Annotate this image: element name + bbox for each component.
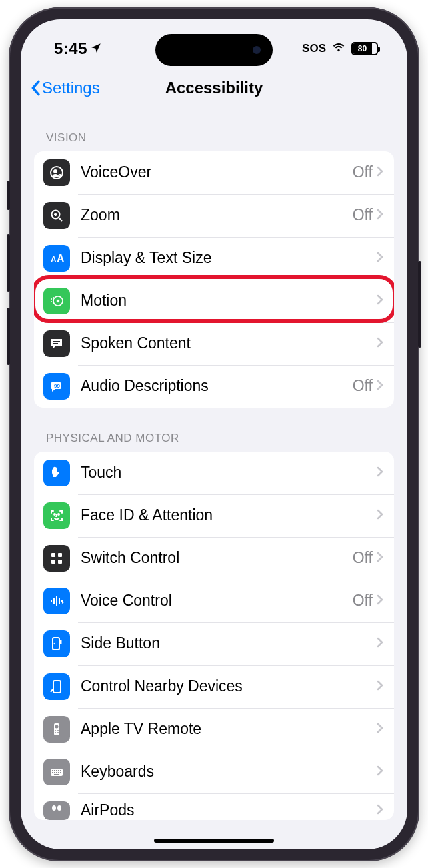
svg-point-15 (58, 514, 59, 515)
voice-control-icon (43, 588, 70, 614)
row-spoken-content[interactable]: Spoken Content (34, 322, 394, 365)
back-label: Settings (42, 79, 100, 97)
row-label: Keyboards (81, 763, 377, 781)
svg-rect-16 (51, 553, 55, 557)
svg-point-47 (57, 805, 61, 811)
row-motion[interactable]: Motion (34, 280, 394, 322)
chevron-right-icon (377, 337, 383, 350)
row-label: Audio Descriptions (81, 377, 353, 395)
chevron-right-icon (377, 723, 383, 736)
row-label: Zoom (81, 206, 353, 224)
svg-point-14 (54, 514, 55, 515)
chevron-right-icon (377, 552, 383, 565)
svg-text:99: 99 (54, 383, 60, 389)
nav-bar: Settings Accessibility (21, 69, 407, 107)
row-label: Control Nearby Devices (81, 677, 377, 695)
row-airpods[interactable]: AirPods (34, 793, 394, 820)
svg-point-30 (55, 730, 56, 731)
row-side-button[interactable]: Side Button (34, 622, 394, 665)
row-value: Off (353, 592, 373, 610)
row-label: Face ID & Attention (81, 506, 377, 524)
row-face-id[interactable]: Face ID & Attention (34, 494, 394, 537)
chevron-right-icon (377, 166, 383, 179)
chevron-right-icon (377, 252, 383, 265)
row-zoom[interactable]: Zoom Off (34, 194, 394, 237)
face-id-icon (43, 502, 70, 529)
row-switch-control[interactable]: Switch Control Off (34, 537, 394, 580)
chevron-right-icon (377, 509, 383, 522)
row-voiceover[interactable]: VoiceOver Off (34, 151, 394, 194)
row-label: Switch Control (81, 549, 353, 567)
row-apple-tv-remote[interactable]: Apple TV Remote (34, 708, 394, 751)
section-header-vision: VISION (34, 107, 394, 151)
svg-rect-20 (56, 596, 57, 606)
chevron-left-icon (30, 80, 41, 96)
keyboards-icon (43, 759, 70, 785)
location-icon (90, 39, 102, 58)
chevron-right-icon (377, 466, 383, 480)
row-value: Off (353, 206, 373, 224)
svg-rect-12 (53, 343, 58, 344)
display-text-icon: AA (43, 245, 70, 272)
side-button-icon (43, 630, 70, 657)
spoken-content-icon (43, 330, 70, 357)
row-label: VoiceOver (81, 163, 353, 181)
svg-rect-45 (54, 774, 59, 775)
iphone-frame: 5:45 SOS 80 Settings Accessibili (9, 7, 419, 861)
chevron-right-icon (377, 294, 383, 308)
row-label: Motion (81, 292, 377, 310)
svg-point-2 (58, 174, 62, 178)
row-value: Off (353, 163, 373, 181)
row-voice-control[interactable]: Voice Control Off (34, 580, 394, 622)
screen: 5:45 SOS 80 Settings Accessibili (21, 19, 407, 849)
svg-point-46 (52, 805, 56, 811)
row-display-text-size[interactable]: AA Display & Text Size (34, 237, 394, 280)
touch-icon (43, 460, 70, 486)
apple-tv-remote-icon (43, 716, 70, 743)
motion-icon (43, 288, 70, 314)
wifi-icon (331, 39, 346, 57)
svg-point-33 (57, 732, 59, 733)
svg-rect-21 (53, 598, 55, 604)
svg-rect-38 (58, 770, 59, 771)
chevron-right-icon (377, 637, 383, 650)
row-value: Off (353, 549, 373, 567)
list-vision: VoiceOver Off Zoom Off AA Displ (34, 151, 394, 408)
row-control-nearby[interactable]: Control Nearby Devices (34, 665, 394, 708)
row-keyboards[interactable]: Keyboards (34, 751, 394, 793)
svg-line-4 (59, 218, 62, 221)
svg-rect-22 (59, 598, 60, 604)
chevron-right-icon (377, 804, 383, 817)
svg-rect-44 (60, 772, 61, 773)
row-audio-descriptions[interactable]: 99 Audio Descriptions Off (34, 365, 394, 408)
sos-indicator: SOS (302, 42, 326, 55)
back-button[interactable]: Settings (30, 79, 100, 97)
content-scroll[interactable]: VISION VoiceOver Off Zoom Off (21, 107, 407, 849)
svg-rect-37 (56, 770, 57, 771)
svg-rect-42 (56, 772, 57, 773)
voiceover-icon (43, 159, 70, 186)
svg-point-29 (55, 725, 59, 728)
home-indicator[interactable] (154, 839, 274, 843)
svg-point-10 (57, 300, 59, 302)
row-touch[interactable]: Touch (34, 452, 394, 494)
svg-text:A: A (51, 255, 57, 264)
row-label: Apple TV Remote (81, 720, 377, 738)
svg-point-1 (53, 169, 57, 173)
row-label: AirPods (81, 801, 377, 819)
audio-descriptions-icon: 99 (43, 373, 70, 400)
airpods-icon (43, 801, 70, 820)
svg-rect-40 (52, 772, 53, 773)
svg-rect-35 (52, 770, 53, 771)
svg-rect-41 (54, 772, 55, 773)
row-label: Touch (81, 464, 377, 482)
zoom-icon (43, 202, 70, 229)
svg-rect-23 (51, 600, 52, 602)
section-header-physical: PHYSICAL AND MOTOR (34, 408, 394, 452)
svg-text:A: A (57, 253, 65, 264)
chevron-right-icon (377, 380, 383, 393)
dynamic-island (155, 34, 273, 66)
mute-switch (7, 181, 10, 210)
svg-rect-19 (58, 560, 62, 564)
switch-control-icon (43, 545, 70, 572)
